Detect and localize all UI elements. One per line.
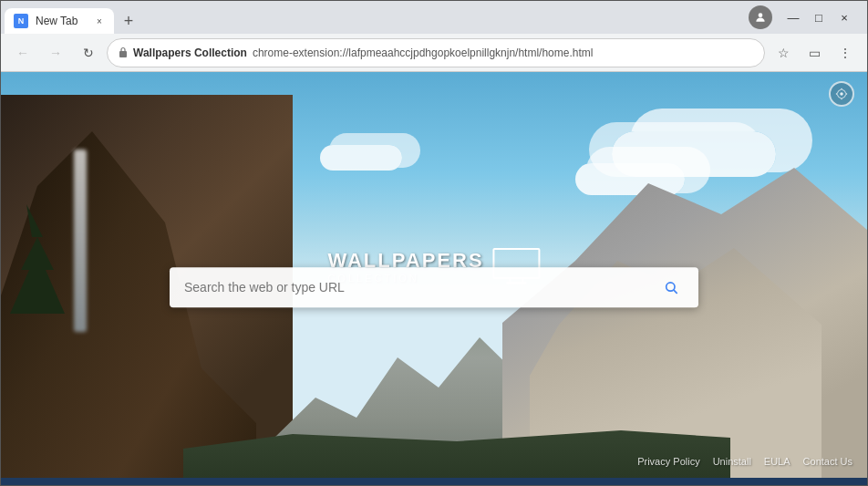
address-bar[interactable]: Wallpapers Collection bbox=[107, 38, 765, 67]
waterfall bbox=[74, 150, 87, 332]
window-controls: — □ × bbox=[741, 5, 863, 29]
footer-eula[interactable]: EULA bbox=[764, 456, 790, 467]
svg-point-0 bbox=[759, 13, 763, 17]
tab-title: New Tab bbox=[36, 15, 85, 27]
search-button[interactable] bbox=[658, 274, 684, 300]
cast-button[interactable]: ▭ bbox=[800, 38, 829, 67]
forward-button[interactable]: → bbox=[41, 38, 70, 67]
svg-point-3 bbox=[666, 282, 675, 290]
search-box bbox=[170, 267, 698, 307]
bookmark-button[interactable]: ☆ bbox=[769, 38, 798, 67]
site-name-label: Wallpapers Collection bbox=[133, 47, 247, 59]
content-area: WALLPAPERS COLLECTION bbox=[1, 72, 867, 478]
title-bar: N New Tab × + — □ × bbox=[1, 1, 867, 34]
cloud-2 bbox=[575, 163, 685, 195]
search-input[interactable] bbox=[184, 280, 658, 295]
footer: Privacy Policy Uninstall EULA Contact Us bbox=[637, 456, 852, 467]
profile-button[interactable] bbox=[749, 5, 772, 29]
search-container bbox=[170, 267, 698, 307]
navigation-bar: ← → ↻ Wallpapers Collection ☆ ▭ ⋮ bbox=[1, 34, 867, 72]
close-button[interactable]: × bbox=[832, 5, 856, 29]
new-tab-button[interactable]: + bbox=[116, 8, 141, 34]
footer-uninstall[interactable]: Uninstall bbox=[713, 456, 751, 467]
refresh-button[interactable]: ↻ bbox=[74, 38, 103, 67]
extension-settings-button[interactable] bbox=[829, 81, 854, 107]
tab-favicon: N bbox=[14, 14, 28, 28]
active-tab[interactable]: N New Tab × bbox=[5, 8, 114, 34]
taskbar bbox=[1, 478, 867, 485]
tab-strip: N New Tab × + bbox=[5, 1, 741, 34]
minimize-button[interactable]: — bbox=[781, 5, 805, 29]
address-input[interactable] bbox=[253, 47, 753, 59]
browser-window: N New Tab × + — □ × ← → ↻ bbox=[0, 0, 868, 486]
svg-point-2 bbox=[840, 92, 843, 96]
footer-contact-us[interactable]: Contact Us bbox=[803, 456, 852, 467]
lock-icon bbox=[119, 47, 128, 59]
svg-rect-1 bbox=[119, 51, 127, 57]
back-button[interactable]: ← bbox=[8, 38, 37, 67]
nav-right-controls: ☆ ▭ ⋮ bbox=[769, 38, 860, 67]
svg-line-4 bbox=[674, 290, 677, 294]
tab-close-button[interactable]: × bbox=[92, 14, 107, 28]
footer-privacy-policy[interactable]: Privacy Policy bbox=[637, 456, 699, 467]
maximize-button[interactable]: □ bbox=[807, 5, 831, 29]
cloud-3 bbox=[320, 145, 402, 171]
menu-button[interactable]: ⋮ bbox=[831, 38, 860, 67]
